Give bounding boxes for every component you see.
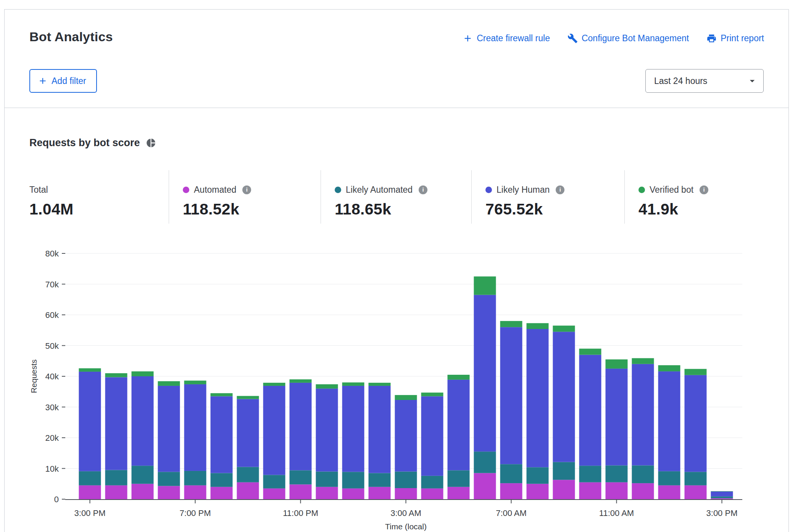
bar-8-likely-automated[interactable] (290, 470, 312, 484)
bar-21-likely-automated[interactable] (632, 465, 654, 483)
bar-5-verified-bot[interactable] (211, 393, 233, 396)
bar-5-automated[interactable] (211, 487, 233, 499)
bar-21-automated[interactable] (632, 483, 654, 499)
bar-0-likely-human[interactable] (79, 372, 101, 471)
bar-1-verified-bot[interactable] (105, 373, 127, 377)
bar-4-verified-bot[interactable] (184, 380, 206, 384)
info-icon[interactable]: i (556, 185, 564, 194)
bar-6-verified-bot[interactable] (237, 396, 259, 399)
bar-14-verified-bot[interactable] (448, 375, 470, 380)
bar-9-likely-automated[interactable] (316, 472, 338, 487)
bar-7-likely-human[interactable] (263, 386, 285, 475)
bar-17-likely-automated[interactable] (527, 467, 549, 484)
bar-1-likely-human[interactable] (105, 377, 127, 470)
bar-7-likely-automated[interactable] (263, 475, 285, 488)
bar-8-automated[interactable] (290, 484, 312, 499)
time-range-select[interactable]: Last 24 hours (645, 69, 764, 93)
bar-9-automated[interactable] (316, 487, 338, 499)
bar-7-automated[interactable] (263, 488, 285, 499)
bar-4-likely-automated[interactable] (184, 471, 206, 485)
bar-6-likely-automated[interactable] (237, 467, 259, 482)
bar-0-likely-automated[interactable] (79, 471, 101, 485)
bar-11-likely-automated[interactable] (369, 473, 391, 487)
bar-23-automated[interactable] (685, 485, 707, 499)
bar-24-likely-human[interactable] (711, 492, 733, 497)
bar-20-automated[interactable] (606, 482, 628, 499)
bar-22-likely-human[interactable] (658, 371, 680, 471)
bar-12-verified-bot[interactable] (395, 395, 417, 400)
bar-10-likely-human[interactable] (342, 386, 364, 472)
bar-17-automated[interactable] (527, 484, 549, 499)
bar-0-automated[interactable] (79, 485, 101, 499)
bar-15-verified-bot[interactable] (474, 276, 496, 295)
bar-14-likely-human[interactable] (448, 380, 470, 470)
bar-14-automated[interactable] (448, 487, 470, 499)
bar-0-verified-bot[interactable] (79, 368, 101, 372)
bar-8-verified-bot[interactable] (290, 379, 312, 383)
bar-21-verified-bot[interactable] (632, 358, 654, 364)
bar-1-likely-automated[interactable] (105, 470, 127, 485)
print-report-link[interactable]: Print report (706, 33, 764, 44)
bar-3-verified-bot[interactable] (158, 381, 180, 386)
bar-10-likely-automated[interactable] (342, 472, 364, 488)
bar-3-likely-automated[interactable] (158, 472, 180, 486)
bar-2-verified-bot[interactable] (132, 371, 154, 376)
bar-13-automated[interactable] (421, 488, 443, 499)
bar-5-likely-automated[interactable] (211, 473, 233, 487)
bar-19-automated[interactable] (579, 482, 601, 499)
configure-bot-management-link[interactable]: Configure Bot Management (568, 33, 689, 44)
bar-18-automated[interactable] (553, 480, 575, 499)
bar-6-automated[interactable] (237, 482, 259, 499)
bar-4-likely-human[interactable] (184, 384, 206, 471)
bar-10-automated[interactable] (342, 488, 364, 499)
bar-23-likely-human[interactable] (685, 375, 707, 472)
bar-13-likely-human[interactable] (421, 396, 443, 476)
bar-13-verified-bot[interactable] (421, 393, 443, 397)
bar-24-verified-bot[interactable] (711, 491, 733, 492)
bar-4-automated[interactable] (184, 485, 206, 499)
bar-14-likely-automated[interactable] (448, 470, 470, 487)
bar-12-likely-human[interactable] (395, 400, 417, 472)
bar-13-likely-automated[interactable] (421, 476, 443, 488)
bar-22-verified-bot[interactable] (658, 365, 680, 371)
info-icon[interactable]: i (700, 185, 708, 194)
bar-2-automated[interactable] (132, 484, 154, 499)
bar-18-likely-automated[interactable] (553, 462, 575, 480)
bar-20-likely-automated[interactable] (606, 465, 628, 482)
bar-16-likely-human[interactable] (500, 327, 522, 464)
bar-20-verified-bot[interactable] (606, 360, 628, 369)
bar-19-verified-bot[interactable] (579, 349, 601, 355)
bar-5-likely-human[interactable] (211, 396, 233, 473)
bar-3-automated[interactable] (158, 486, 180, 499)
bar-11-verified-bot[interactable] (369, 383, 391, 386)
info-icon[interactable]: i (242, 185, 251, 194)
info-icon[interactable]: i (419, 185, 427, 194)
bar-21-likely-human[interactable] (632, 364, 654, 466)
bar-1-automated[interactable] (105, 485, 127, 499)
bar-20-likely-human[interactable] (606, 369, 628, 466)
bar-9-likely-human[interactable] (316, 389, 338, 471)
bar-16-automated[interactable] (500, 483, 522, 499)
bar-23-likely-automated[interactable] (685, 472, 707, 485)
bar-12-likely-automated[interactable] (395, 472, 417, 488)
bar-15-likely-automated[interactable] (474, 451, 496, 473)
bar-12-automated[interactable] (395, 488, 417, 499)
bar-16-likely-automated[interactable] (500, 464, 522, 483)
bar-23-verified-bot[interactable] (685, 369, 707, 375)
bar-24-automated[interactable] (711, 498, 733, 499)
bar-18-likely-human[interactable] (553, 332, 575, 462)
bar-2-likely-automated[interactable] (132, 466, 154, 484)
bar-10-verified-bot[interactable] (342, 382, 364, 386)
bar-9-verified-bot[interactable] (316, 384, 338, 389)
bar-22-likely-automated[interactable] (658, 471, 680, 485)
bar-2-likely-human[interactable] (132, 376, 154, 466)
bar-11-likely-human[interactable] (369, 386, 391, 473)
bar-24-likely-automated[interactable] (711, 497, 733, 498)
bar-7-verified-bot[interactable] (263, 383, 285, 386)
bar-17-verified-bot[interactable] (527, 323, 549, 329)
bar-19-likely-human[interactable] (579, 355, 601, 466)
bar-18-verified-bot[interactable] (553, 326, 575, 332)
bar-16-verified-bot[interactable] (500, 321, 522, 327)
bar-19-likely-automated[interactable] (579, 466, 601, 482)
bar-22-automated[interactable] (658, 485, 680, 499)
